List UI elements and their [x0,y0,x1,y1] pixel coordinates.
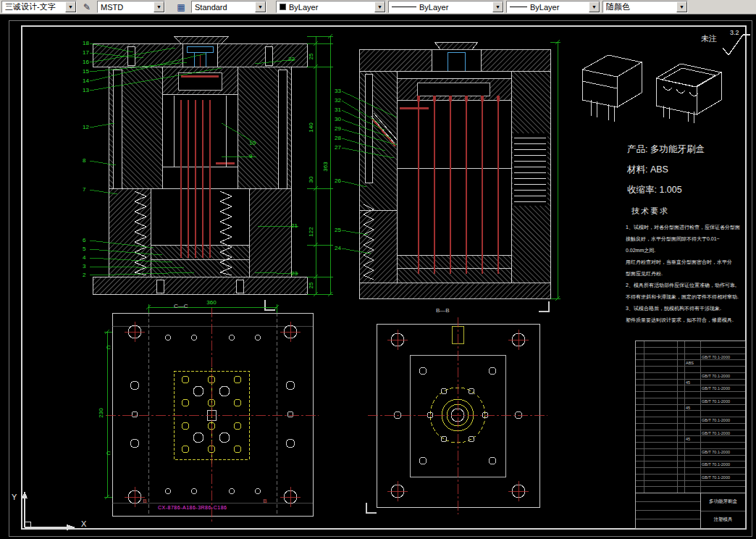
lineweight-value: ByLayer [530,3,589,12]
tech-requirement-line: 2、模具所有活动部件应保证位置准确，动作可靠, [626,280,749,291]
parts-list-row [636,392,745,398]
parts-list-row: GB/T 70.1-2000 [636,417,745,424]
linetype-control-combo[interactable]: ByLayer ▼ [388,1,504,13]
parts-list-row: 45 [636,405,745,411]
ucs-icon [22,491,75,530]
parts-list-row: 45 [636,380,745,386]
lineweight-sample-icon [510,7,527,7]
chevron-down-icon[interactable]: ▼ [154,1,164,12]
view-corner-marks [265,300,549,513]
parts-list-row [636,424,745,430]
product-isometric-views [582,55,721,123]
lineweight-control-combo[interactable]: ByLayer ▼ [506,1,600,13]
ucs-y-label: Y [12,493,17,501]
tech-requirement-line: 用红丹粉查对时，当垂直分型面密合时，水平分 [626,256,749,268]
parts-list-row [636,348,745,354]
parts-list-row [636,367,745,373]
plot-style-control-combo[interactable]: 随颜色 ▼ [602,1,688,13]
parts-list: GB/T 70.1-2000ABSGB/T 70.1-200045GB/T 70… [636,341,745,493]
color-swatch-icon [280,4,286,10]
tech-requirement-line: 塑件质量要达到设计要求，如不符合，修磨模具. [626,314,749,326]
plan-view-left [106,307,319,522]
table-style-combo[interactable]: Standard ▼ [191,1,266,13]
tech-requirement-line: 0.02mm之间. [626,245,749,256]
parts-list-row [636,456,745,462]
parts-list-row [636,468,745,475]
parts-list-row: 45 [636,436,745,443]
chevron-down-icon[interactable]: ▼ [374,1,385,12]
tech-requirement-line: 型面应见红丹粉. [626,268,749,280]
section-view-right [359,42,550,298]
revision-grid [636,493,701,528]
ucs-x-label: X [81,519,86,528]
section-label-right: B—B [436,307,450,314]
tech-requirement-line: 接触良好，水平分型面间隙不得大于0.01~ [626,233,749,245]
title-block-product-name: 多功能牙刷盒 [701,493,745,511]
plan-view-right [368,317,547,514]
drawing-area[interactable]: 1817161514131287654322210921233332313029… [0,14,756,539]
shrinkage-note: 收缩率: 1.005 [627,184,682,196]
surface-note-label: 未注 [701,33,717,44]
parts-list-row: GB/T 70.1-2000 [636,430,745,437]
tech-requirement-line: 不得有歪斜和卡滞现象，固定的零件不得相对窜动. [626,291,749,303]
chevron-down-icon[interactable]: ▼ [589,1,600,12]
parts-list-row: GB/T 70.1-2000 [636,385,745,392]
material-note: 材料: ABS [627,164,668,176]
linetype-value: ByLayer [419,3,492,12]
title-block: GB/T 70.1-2000ABSGB/T 70.1-200045GB/T 70… [635,340,746,529]
parts-list-row: ABS [636,360,745,367]
tech-requirements-title: 技术要求 [631,206,669,217]
text-style-combo[interactable]: 三诚设计-文字 ▼ [1,1,77,13]
tech-requirement-line: 1、试模时，对各分型面进行检查，应保证各分型面 [626,222,749,233]
dim-style-combo[interactable]: MSTD ▼ [97,1,165,13]
tech-requirement-line: 3、试模合格后，脱模机构不得有干涉现象. [626,303,749,314]
styles-properties-toolbar: 三诚设计-文字 ▼ ✎ MSTD ▼ ▦ Standard ▼ ByLayer … [0,0,756,14]
text-style-value: 三诚设计-文字 [5,1,65,12]
plot-style-value: 随颜色 [606,1,676,12]
parts-list-row [636,487,745,493]
mold-base-code: CX-8786-A186-3R86-C186 [158,505,227,510]
parts-list-row: GB/T 70.1-2000 [636,449,745,456]
linetype-sample-icon [392,7,416,7]
tech-requirements-block: 1、试模时，对各分型面进行检查，应保证各分型面接触良好，水平分型面间隙不得大于0… [626,222,749,326]
parts-list-row [636,411,745,417]
parts-list-row: GB/T 70.1-2000 [636,373,745,380]
chevron-down-icon[interactable]: ▼ [492,1,503,12]
table-style-icon[interactable]: ▦ [173,1,189,14]
section-view-left [93,36,307,294]
chevron-down-icon[interactable]: ▼ [65,1,76,12]
dim-style-icon[interactable]: ✎ [79,1,95,14]
parts-list-row: GB/T 70.1-2000 [636,475,745,481]
dim-style-value: MSTD [101,3,154,12]
parts-list-row: GB/T 70.1-2000 [636,398,745,405]
parts-list-row: GB/T 70.1-2000 [636,354,745,361]
section-label-left: C—C [174,303,188,309]
parts-list-row: GB/T 70.1-2000 [636,461,745,468]
title-block-drawing-name: 注塑模具 [701,511,745,529]
surface-roughness-value: 3.2 [730,29,739,36]
table-style-value: Standard [195,3,255,12]
parts-list-row [636,481,745,488]
parts-list-row [636,443,745,449]
chevron-down-icon[interactable]: ▼ [255,1,266,12]
product-note: 产品: 多功能牙刷盒 [627,143,705,156]
color-value: ByLayer [289,3,374,12]
parts-list-row [636,341,745,348]
chevron-down-icon[interactable]: ▼ [676,1,687,12]
color-control-combo[interactable]: ByLayer ▼ [276,1,386,13]
